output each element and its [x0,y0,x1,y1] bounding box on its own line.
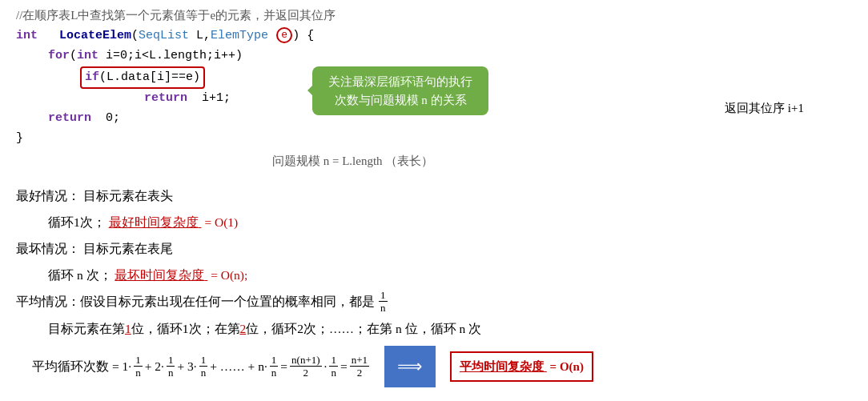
param-type: SeqList [139,29,189,42]
best-case-row1: 最好情况： 目标元素在表头 [16,183,852,208]
best-complexity-value: = O(1) [202,215,239,229]
keyword-return1: return [144,91,187,105]
frac-1n-2: 1 n [167,354,175,379]
keyword-for: for [48,49,70,62]
code-section: //在顺序表L中查找第一个元素值等于e的元素，并返回其位序 int Locate… [16,8,852,169]
avg-pos1-prefix: 目标元素在第 [48,316,125,341]
problem-scale: 问题规模 n = L.length （表长） [272,154,852,169]
eq1: = [280,354,287,379]
plus2: + 2· [145,354,164,379]
avg-result-label: 平均时间复杂度 [460,360,547,373]
frac-nn1-2n: n(n+1) 2 [290,354,322,379]
keyword-int2: int [77,49,98,62]
frac-n1-2: n+1 2 [350,354,369,379]
avg-formula-row: 平均循环次数 = 1· 1 n + 2· 1 n + 3· 1 n + …… +… [32,346,852,387]
annotation-bubble: 关注最深层循环语句的执行次数与问题规模 n 的关系 [312,66,488,115]
plus3: + 3· [177,354,196,379]
avg-pos2-suffix: 位，循环2次；……；在第 n 位，循环 n 次 [246,316,481,341]
best-complexity-label: 最好时间复杂度 [109,215,202,229]
frac-1n-1: 1 n [134,354,143,379]
avg-result-value: = O(n) [547,360,584,373]
avg-desc1: 假设目标元素出现在任何一个位置的概率相同，都是 [80,289,375,314]
right-note: 返回其位序 i+1 [725,98,804,118]
worst-case-row2: 循环 n 次； 最坏时间复杂度 = O(n); [48,263,852,287]
param-e-circle: e [276,27,292,43]
function-name: LocateElem [59,29,131,42]
worst-case-row1: 最坏情况： 目标元素在表尾 [16,236,852,261]
code-block: int LocateElem(SeqList L,ElemType e) { f… [16,26,852,149]
frac-1n-n: 1 n [270,354,279,379]
arrow-right: ⟹ [384,346,436,387]
dot-1-n: · [324,354,328,379]
worst-complexity-value: = O(n); [207,268,247,282]
avg-formula-label: 平均循环次数 = 1· [32,354,131,379]
avg-pos1: 1 [125,316,131,341]
frac-1-n: 1 n [379,289,388,315]
avg-label: 平均情况： [16,289,80,314]
param-type2: ElemType [211,29,268,42]
frac-1-n: 1 n [329,354,338,379]
keyword-if: if [85,70,99,84]
dots: + …… + n· [210,354,267,379]
avg-pos1-suffix: 位，循环1次；在第 [131,316,240,341]
if-highlight: if(L.data[i]==e) [80,66,205,90]
frac-1n-3: 1 n [199,354,208,379]
worst-desc: 目标元素在表尾 [83,242,173,255]
avg-case-row1: 平均情况： 假设目标元素出现在任何一个位置的概率相同，都是 1 n [16,289,852,315]
keyword-return2: return [48,111,91,125]
keyword-int: int [16,29,38,42]
avg-result-box: 平均时间复杂度 = O(n) [450,351,593,382]
avg-pos2: 2 [240,316,247,341]
best-case-row2: 循环1次； 最好时间复杂度 = O(1) [48,210,852,235]
best-loop: 循环1次； [48,215,106,229]
worst-label: 最坏情况： [16,242,80,255]
worst-complexity-label: 最坏时间复杂度 [115,268,207,282]
code-comment: //在顺序表L中查找第一个元素值等于e的元素，并返回其位序 [16,8,852,23]
analysis-section: 最好情况： 目标元素在表头 循环1次； 最好时间复杂度 = O(1) 最坏情况：… [16,183,852,387]
avg-case-row2: 目标元素在第 1 位，循环1次；在第 2 位，循环2次；……；在第 n 位，循环… [48,316,852,341]
eq2: = [340,354,348,379]
best-label: 最好情况： [16,189,80,203]
worst-loop: 循环 n 次； [48,268,112,282]
best-desc: 目标元素在表头 [83,189,173,203]
